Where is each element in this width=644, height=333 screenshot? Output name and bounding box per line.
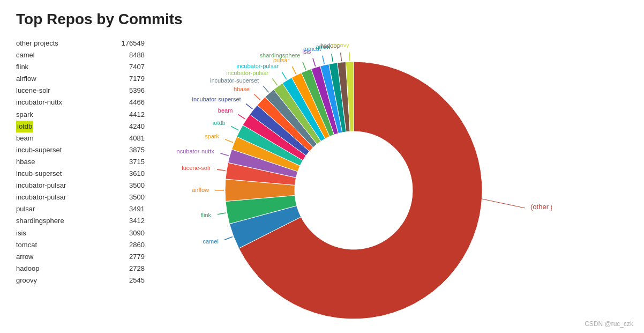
legend-value: 2728	[129, 263, 145, 275]
legend-item: camel8488	[16, 49, 145, 61]
legend-label: incubator-pulsar	[16, 180, 66, 191]
main-container: Top Repos by Commits other projects17654…	[0, 0, 644, 333]
legend-item: airflow7179	[16, 73, 145, 85]
svg-line-6	[231, 127, 238, 130]
legend-item: tomcat2860	[16, 239, 145, 251]
legend-value: 2860	[129, 239, 145, 251]
chart-label: hbase	[234, 86, 250, 92]
svg-line-15	[313, 58, 316, 66]
svg-line-16	[323, 56, 325, 64]
legend-label: groovy	[16, 275, 37, 286]
legend-value: 3500	[129, 180, 145, 191]
chart-label: incubator-pulsar	[226, 70, 268, 76]
legend-label: spark	[16, 109, 33, 121]
page-title: Top Repos by Commits	[16, 11, 628, 28]
chart-label: spark	[205, 133, 219, 139]
donut-chart: camelflinkairflowlucene-solrincubator-nu…	[177, 38, 552, 333]
legend-label: isis	[16, 227, 26, 239]
legend-item: spark4412	[16, 109, 145, 121]
chart-label: airflow	[192, 187, 209, 193]
legend-item: hadoop2728	[16, 263, 145, 275]
legend-label: incub-superset	[16, 168, 62, 180]
chart-label: flink	[201, 212, 212, 218]
legend-label: iotdb	[16, 121, 33, 132]
chart-label: beam	[218, 107, 233, 114]
legend-label: arrow	[16, 251, 34, 263]
legend-item: flink7407	[16, 61, 145, 73]
legend-value: 3491	[129, 203, 145, 215]
legend-value: 2545	[129, 275, 145, 286]
legend-value: 4081	[129, 132, 145, 144]
legend-item: iotdb4240	[16, 121, 145, 132]
legend-item: incub-superset3875	[16, 144, 145, 156]
legend-item: arrow2779	[16, 251, 145, 263]
chart-label: incubator-superset	[192, 96, 241, 102]
legend: other projects176549camel8488flink7407ai…	[16, 38, 177, 286]
legend-label: tomcat	[16, 239, 37, 251]
svg-line-18	[341, 53, 342, 61]
legend-label: incubator-nuttx	[16, 97, 62, 108]
svg-line-10	[263, 86, 268, 92]
svg-line-20	[480, 198, 525, 208]
chart-label: lucene-solr	[182, 165, 211, 171]
legend-value: 3875	[129, 144, 145, 156]
legend-value: 4466	[129, 97, 145, 108]
legend-value: 7179	[129, 73, 145, 85]
legend-value: 4240	[129, 121, 145, 132]
legend-value: 7407	[129, 61, 145, 73]
legend-label: other projects	[16, 38, 58, 49]
svg-line-0	[224, 236, 233, 240]
chart-label: camel	[203, 238, 218, 245]
svg-line-17	[332, 54, 333, 62]
legend-value: 176549	[122, 38, 145, 49]
legend-label: incub-superset	[16, 144, 62, 156]
chart-label: incubator-nuttx	[177, 148, 214, 154]
chart-label: incubator-pulsar	[236, 63, 279, 69]
legend-label: beam	[16, 132, 34, 144]
svg-line-8	[246, 103, 252, 109]
legend-value: 3090	[129, 227, 145, 239]
legend-item: other projects176549	[16, 38, 145, 49]
svg-line-14	[303, 62, 306, 70]
chart-label: incubator-superset	[210, 77, 259, 84]
legend-item: incubator-nuttx4466	[16, 97, 145, 108]
legend-value: 8488	[129, 49, 145, 61]
legend-label: pulsar	[16, 203, 35, 215]
legend-label: camel	[16, 49, 35, 61]
svg-line-9	[254, 94, 260, 100]
legend-value: 3500	[129, 191, 145, 203]
legend-item: isis3090	[16, 227, 145, 239]
legend-label: incubator-pulsar	[16, 191, 66, 203]
legend-item: hbase3715	[16, 156, 145, 168]
svg-line-12	[282, 72, 286, 79]
legend-value: 5396	[129, 85, 145, 97]
svg-line-1	[218, 213, 226, 214]
svg-line-13	[292, 66, 296, 74]
legend-label: hadoop	[16, 263, 39, 275]
legend-value: 3412	[129, 215, 145, 227]
svg-line-7	[238, 114, 245, 119]
chart-label: iotdb	[213, 120, 226, 126]
legend-value: 2779	[129, 251, 145, 263]
legend-item: pulsar3491	[16, 203, 145, 215]
watermark: CSDN @ruc_czk	[585, 320, 633, 328]
legend-label: hbase	[16, 156, 35, 168]
legend-item: incubator-pulsar3500	[16, 191, 145, 203]
legend-label: flink	[16, 61, 28, 73]
legend-value: 4412	[129, 109, 145, 121]
legend-item: lucene-solr5396	[16, 85, 145, 97]
content-area: other projects176549camel8488flink7407ai…	[16, 38, 628, 333]
legend-label: shardingsphere	[16, 215, 64, 227]
svg-line-11	[272, 78, 277, 85]
chart-label: shardingsphere	[260, 52, 301, 58]
legend-value: 3610	[129, 168, 145, 180]
other-projects-label: (other projects)	[530, 203, 552, 211]
legend-item: incub-superset3610	[16, 168, 145, 180]
legend-item: incubator-pulsar3500	[16, 180, 145, 191]
chart-area: camelflinkairflowlucene-solrincubator-nu…	[177, 38, 628, 333]
svg-line-3	[217, 169, 226, 171]
legend-label: airflow	[16, 73, 36, 85]
legend-label: lucene-solr	[16, 85, 50, 97]
legend-item: beam4081	[16, 132, 145, 144]
svg-line-4	[220, 153, 228, 156]
